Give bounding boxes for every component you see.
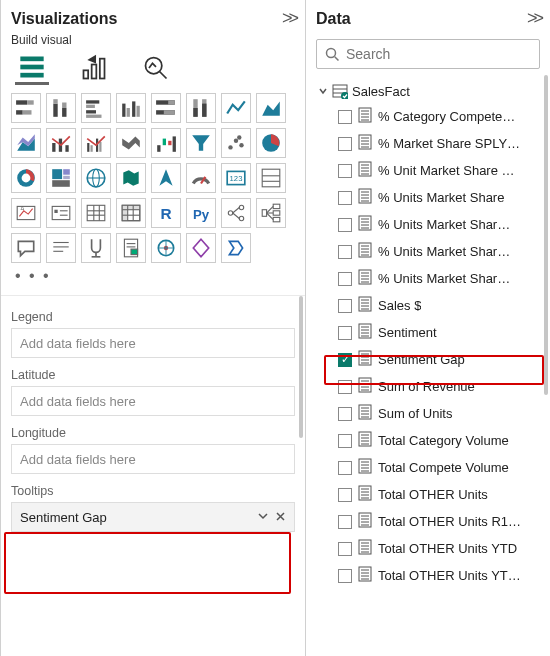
pie-icon[interactable] <box>256 128 286 158</box>
narrative-icon[interactable] <box>46 233 76 263</box>
field-row[interactable]: Total Category Volume <box>312 427 550 454</box>
svg-rect-12 <box>53 104 57 117</box>
tooltips-value: Sentiment Gap <box>20 510 107 525</box>
collapse-data-icon[interactable]: >> <box>527 8 540 29</box>
automate-icon[interactable] <box>221 233 251 263</box>
powerapps-icon[interactable] <box>186 233 216 263</box>
key-influencers-icon[interactable] <box>221 198 251 228</box>
field-checkbox[interactable] <box>338 218 352 232</box>
card-icon[interactable]: 123 <box>221 163 251 193</box>
matrix-icon[interactable] <box>116 198 146 228</box>
table-node[interactable]: SalesFact <box>312 79 550 103</box>
filled-map-icon[interactable] <box>116 163 146 193</box>
search-box[interactable] <box>316 39 540 69</box>
more-visuals-icon[interactable]: • • • <box>1 265 305 295</box>
field-checkbox[interactable] <box>338 542 352 556</box>
field-row[interactable]: Total Compete Volume <box>312 454 550 481</box>
field-row[interactable]: ✓Sentiment Gap <box>312 346 550 373</box>
field-checkbox[interactable] <box>338 461 352 475</box>
kpi-icon[interactable]: Δ <box>11 198 41 228</box>
python-visual-icon[interactable]: Py <box>186 198 216 228</box>
field-checkbox[interactable] <box>338 326 352 340</box>
field-row[interactable]: % Units Market Shar… <box>312 211 550 238</box>
map-icon[interactable] <box>81 163 111 193</box>
waterfall-icon[interactable] <box>151 128 181 158</box>
measure-icon <box>358 296 372 315</box>
legend-label: Legend <box>11 310 295 324</box>
paginated-report-icon[interactable] <box>116 233 146 263</box>
clustered-bar-icon[interactable] <box>81 93 111 123</box>
field-row[interactable]: Total OTHER Units R1… <box>312 508 550 535</box>
field-row[interactable]: % Unit Market Share … <box>312 157 550 184</box>
field-checkbox[interactable] <box>338 245 352 259</box>
svg-point-44 <box>234 139 238 143</box>
field-checkbox[interactable] <box>338 380 352 394</box>
multi-row-card-icon[interactable] <box>256 163 286 193</box>
field-checkbox[interactable] <box>338 488 352 502</box>
format-tab[interactable] <box>77 51 111 85</box>
field-row[interactable]: Sentiment <box>312 319 550 346</box>
build-tab[interactable] <box>15 51 49 85</box>
field-row[interactable]: % Units Market Shar… <box>312 238 550 265</box>
gauge-icon[interactable] <box>186 163 216 193</box>
chevron-down-icon[interactable] <box>257 510 269 525</box>
field-checkbox[interactable] <box>338 272 352 286</box>
latitude-well[interactable]: Add data fields here <box>11 386 295 416</box>
hundred-column-icon[interactable] <box>186 93 216 123</box>
analytics-tab[interactable] <box>139 51 173 85</box>
line-stacked-column-icon[interactable] <box>46 128 76 158</box>
field-checkbox[interactable] <box>338 569 352 583</box>
ribbon-chart-icon[interactable] <box>116 128 146 158</box>
field-row[interactable]: Sum of Revenue <box>312 373 550 400</box>
slicer-icon[interactable] <box>46 198 76 228</box>
remove-field-icon[interactable] <box>275 510 286 525</box>
field-checkbox[interactable] <box>338 434 352 448</box>
collapse-viz-icon[interactable]: >> <box>282 8 295 29</box>
field-checkbox[interactable] <box>338 515 352 529</box>
field-row[interactable]: Sales $ <box>312 292 550 319</box>
field-checkbox[interactable] <box>338 191 352 205</box>
azure-map-icon[interactable] <box>151 163 181 193</box>
treemap-icon[interactable] <box>46 163 76 193</box>
field-row[interactable]: % Category Compete… <box>312 103 550 130</box>
stacked-area-icon[interactable] <box>11 128 41 158</box>
field-checkbox[interactable] <box>338 164 352 178</box>
funnel-icon[interactable] <box>186 128 216 158</box>
data-scrollbar[interactable] <box>544 75 548 656</box>
longitude-well[interactable]: Add data fields here <box>11 444 295 474</box>
viz-scrollbar[interactable] <box>299 296 303 532</box>
field-row[interactable]: Total OTHER Units YT… <box>312 562 550 589</box>
arcgis-icon[interactable] <box>151 233 181 263</box>
field-row[interactable]: % Market Share SPLY… <box>312 130 550 157</box>
field-row[interactable]: Total OTHER Units YTD <box>312 535 550 562</box>
field-checkbox[interactable] <box>338 407 352 421</box>
tooltips-well[interactable]: Sentiment Gap <box>11 502 295 532</box>
area-chart-icon[interactable] <box>256 93 286 123</box>
clustered-column-icon[interactable] <box>116 93 146 123</box>
field-checkbox[interactable]: ✓ <box>338 353 352 367</box>
table-icon[interactable] <box>81 198 111 228</box>
field-row[interactable]: Sum of Units <box>312 400 550 427</box>
field-checkbox[interactable] <box>338 110 352 124</box>
scatter-icon[interactable] <box>221 128 251 158</box>
goals-icon[interactable] <box>81 233 111 263</box>
decomposition-tree-icon[interactable] <box>256 198 286 228</box>
field-row[interactable]: Total OTHER Units <box>312 481 550 508</box>
legend-well[interactable]: Add data fields here <box>11 328 295 358</box>
svg-rect-35 <box>87 143 89 152</box>
search-input[interactable] <box>346 46 531 62</box>
qa-icon[interactable] <box>11 233 41 263</box>
line-clustered-column-icon[interactable] <box>81 128 111 158</box>
r-visual-icon[interactable]: R <box>151 198 181 228</box>
hundred-bar-icon[interactable] <box>151 93 181 123</box>
field-row[interactable]: % Units Market Shar… <box>312 265 550 292</box>
field-checkbox[interactable] <box>338 137 352 151</box>
stacked-column-icon[interactable] <box>46 93 76 123</box>
stacked-bar-icon[interactable] <box>11 93 41 123</box>
field-row[interactable]: % Units Market Share <box>312 184 550 211</box>
field-checkbox[interactable] <box>338 299 352 313</box>
svg-rect-76 <box>122 205 140 209</box>
line-chart-icon[interactable] <box>221 93 251 123</box>
svg-line-108 <box>335 56 339 60</box>
donut-icon[interactable] <box>11 163 41 193</box>
